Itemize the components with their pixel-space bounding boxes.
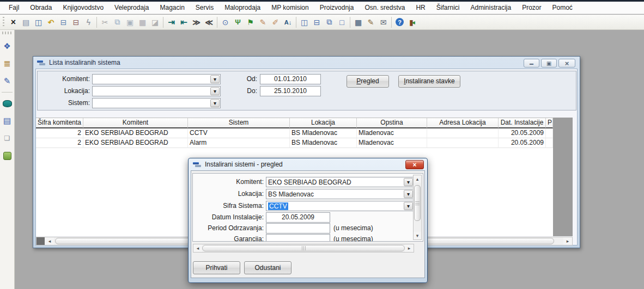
scroll-right-icon[interactable]: ▸ [563,237,572,245]
sort-az-icon[interactable] [282,16,294,28]
scroll-up-icon[interactable]: ▴ [414,175,421,183]
tree-view-icon[interactable] [232,16,244,28]
lokacija-combobox[interactable]: BS Mladenovac [266,189,414,199]
chevron-down-icon[interactable] [210,75,220,83]
copy-small-icon[interactable] [1,132,13,144]
dialog-titlebar[interactable]: Instalirani sistemi - pregled [189,158,427,170]
chevron-down-icon[interactable] [404,190,413,198]
menu-item-servis[interactable]: Servis [190,2,219,14]
new-window-icon[interactable] [336,16,348,28]
chevron-down-icon[interactable] [210,87,220,95]
help-icon[interactable] [396,18,404,26]
komitent-combobox[interactable] [92,74,221,84]
instalirane-stavke-button[interactable]: Instalirane stavke [398,75,460,88]
scroll-down-icon[interactable]: ▾ [414,232,421,239]
list-icon[interactable] [1,115,13,127]
cut-icon[interactable] [99,16,111,28]
copy-icon[interactable] [111,16,124,28]
column-header-sistem[interactable]: Sistem [188,118,290,128]
previous-record-icon[interactable] [203,16,215,28]
edit-multi-icon[interactable] [269,16,282,28]
scrollbar-thumb[interactable] [414,185,421,221]
edit-document-icon[interactable] [364,16,377,28]
garancija-field[interactable] [266,234,330,242]
database-icon[interactable] [1,97,13,109]
pregled-button[interactable]: Pregled [347,75,389,88]
menu-item-maloprodaja[interactable]: Maloprodaja [219,2,266,14]
menu-item-osn-sredstva[interactable]: Osn. sredstva [359,2,410,14]
column-header-opstina[interactable]: Opstina [357,118,427,128]
table-row[interactable]: 2 EKO SERBIAAD BEOGRAD Alarm BS Mladenov… [36,138,553,148]
menu-item-administracija[interactable]: Administracija [465,2,517,14]
column-header-sifra-komitenta[interactable]: Šifra komitenta [36,118,83,128]
scroll-right-icon[interactable]: ▸ [405,244,414,252]
sistem-combobox[interactable] [92,98,221,108]
column-header-p[interactable]: P [546,118,553,128]
datum-instalacije-field[interactable]: 20.05.2009 [266,212,330,223]
menu-item-sifarnici[interactable]: Šifarnici [431,2,465,14]
chevron-down-icon[interactable] [210,99,220,107]
komitent-combobox[interactable]: EKO SERBIAAD BEOGRAD [266,177,414,187]
close-icon[interactable] [7,16,20,28]
column-header-komitent[interactable]: Komitent [83,118,188,128]
exit-icon[interactable] [406,16,418,28]
close-button[interactable] [558,59,575,67]
lightning-icon[interactable] [82,16,95,28]
save-icon[interactable] [20,16,32,28]
chevron-down-icon[interactable] [404,202,413,210]
undo-icon[interactable] [45,16,57,28]
lokacija-combobox[interactable] [92,86,221,96]
tile-horizontal-icon[interactable] [311,16,323,28]
notebook-icon[interactable] [1,150,13,162]
print-icon[interactable] [57,16,70,28]
menu-item-proizvodnja[interactable]: Proizvodnja [314,2,360,14]
sifra-sistema-combobox[interactable]: CCTV [266,201,414,211]
column-header-adresa-lokacija[interactable]: Adresa Lokacija [427,118,499,128]
next-record-icon[interactable] [190,16,203,28]
menu-item-prozor[interactable]: Prozor [517,2,546,14]
menu-item-veleprodaja[interactable]: Veleprodaja [109,2,154,14]
eraser-icon[interactable] [149,16,161,28]
do-date-field[interactable]: 25.10.2010 [260,86,321,96]
first-record-icon[interactable] [178,16,190,28]
prihvati-button[interactable]: Prihvati [193,261,240,274]
film-icon[interactable] [136,16,149,28]
scroll-left-icon[interactable]: ◂ [45,237,54,245]
chevron-down-icon[interactable] [404,178,413,186]
dialog-close-button[interactable] [405,160,424,169]
last-record-icon[interactable] [165,16,178,28]
dialog-vertical-scrollbar[interactable]: ▴ ▾ [413,175,422,240]
cascade-windows-icon[interactable] [323,16,336,28]
scroll-left-icon[interactable]: ◂ [193,244,202,252]
menu-item-obrada[interactable]: Obrada [25,2,57,14]
paste-icon[interactable] [124,16,136,28]
invoice-icon[interactable] [1,58,13,70]
menu-item-knjigovodstvo[interactable]: Knjigovodstvo [57,2,109,14]
column-header-lokacija[interactable]: Lokacija [290,118,357,128]
menu-item-mp-komision[interactable]: MP komision [266,2,314,14]
flag-icon[interactable] [244,16,257,28]
period-odrzavanja-field[interactable] [266,223,330,233]
calculator-icon[interactable] [352,16,364,28]
restore-button[interactable] [541,59,557,67]
email-icon[interactable] [377,16,390,28]
minimize-button[interactable] [524,59,539,67]
main-window-titlebar[interactable]: Lista instaliranih sistema [33,57,580,69]
odustani-button[interactable]: Odustani [244,261,291,274]
dialog-horizontal-scrollbar[interactable]: ◂ ▸ [193,244,414,253]
print-preview-icon[interactable] [32,16,45,28]
menu-item-magacin[interactable]: Magacin [154,2,190,14]
zoom-icon[interactable] [219,16,232,28]
documents-icon[interactable] [1,40,13,52]
od-date-field[interactable]: 01.01.2010 [260,74,321,84]
ledger-icon[interactable] [1,75,13,87]
edit-icon[interactable] [257,16,269,28]
menu-item-fajl[interactable]: Fajl [3,2,25,14]
tile-vertical-icon[interactable] [298,16,311,28]
menu-item-hr[interactable]: HR [410,2,430,14]
scrollbar-thumb[interactable] [202,245,405,251]
column-header-dat-instalacije[interactable]: Dat. Instalacije [499,118,546,128]
table-row[interactable]: 2 EKO SERBIAAD BEOGRAD CCTV BS Mladenova… [36,128,553,138]
print-setup-icon[interactable] [70,16,82,28]
menu-item-pomoc[interactable]: Pomoć [547,2,578,14]
